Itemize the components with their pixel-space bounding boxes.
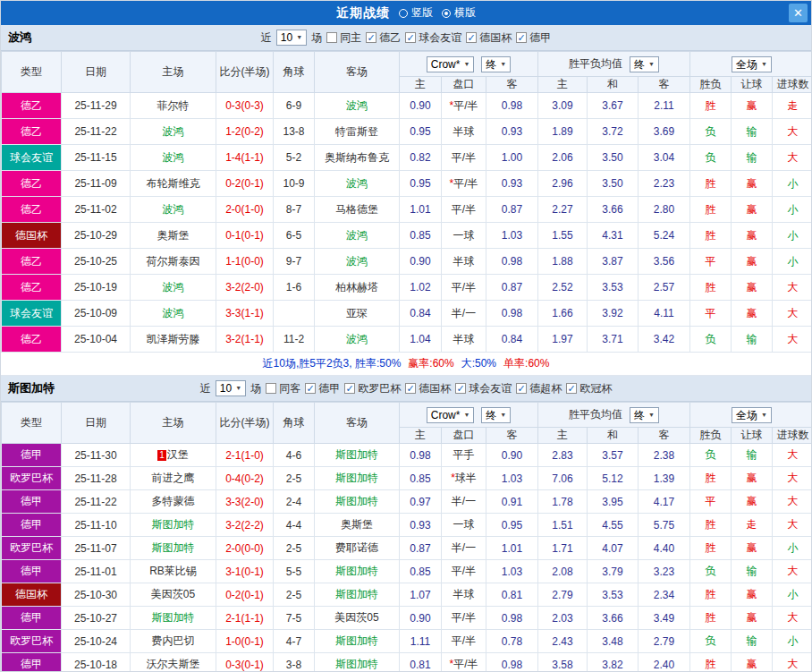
filter-checkbox[interactable]: ✓欧冠杯 — [566, 381, 612, 396]
odds-away: 1.03 — [486, 223, 538, 249]
filter-checkbox[interactable]: ✓欧罗巴杯 — [344, 381, 401, 396]
away-team[interactable]: 斯图加特 — [335, 588, 378, 600]
home-team[interactable]: 斯图加特 — [152, 541, 195, 554]
score: 1-2(0-2) — [216, 119, 274, 145]
away-team[interactable]: 费耶诺德 — [335, 541, 378, 554]
away-team[interactable]: 柏林赫塔 — [335, 281, 378, 293]
home-team[interactable]: 菲尔特 — [157, 99, 190, 112]
away-team[interactable]: 波鸿 — [346, 255, 368, 268]
avg-home: 1.66 — [538, 301, 588, 327]
recent-count-select[interactable]: 10▼ — [276, 30, 307, 46]
league-badge: 德国杯 — [2, 583, 62, 607]
avg-draw: 3.53 — [588, 583, 639, 607]
away-team[interactable]: 斯图加特 — [335, 448, 378, 461]
away-team[interactable]: 斯图加特 — [335, 472, 378, 484]
away-team[interactable]: 波鸿 — [346, 177, 368, 190]
home-team[interactable]: RB莱比锡 — [149, 565, 197, 577]
avg-away: 2.23 — [639, 171, 690, 197]
avg-draw: 3.67 — [588, 93, 639, 119]
chevron-down-icon: ▼ — [761, 409, 767, 421]
away-team[interactable]: 奥斯纳布鲁克 — [325, 151, 389, 164]
home-team[interactable]: 美因茨05 — [151, 588, 195, 600]
away-team[interactable]: 斯图加特 — [335, 634, 378, 647]
away-team-cell: 波鸿 — [315, 249, 400, 275]
sub-column-header: 盘口 — [442, 428, 486, 444]
away-team[interactable]: 波鸿 — [346, 229, 368, 242]
odds-away: 0.98 — [486, 249, 538, 275]
result-goals: 小 — [773, 537, 812, 560]
final-odds-select[interactable]: 终▼ — [481, 407, 511, 423]
away-team[interactable]: 斯图加特 — [335, 565, 378, 577]
home-team[interactable]: 凯泽斯劳滕 — [147, 333, 200, 345]
home-team[interactable]: 前进之鹰 — [152, 472, 195, 484]
league-badge: 德甲 — [2, 490, 62, 514]
avg-away: 4.11 — [639, 301, 690, 327]
away-team-cell: 奥斯堡 — [315, 514, 400, 537]
avg-final-select[interactable]: 终▼ — [630, 56, 659, 72]
away-team[interactable]: 美因茨05 — [334, 611, 378, 624]
avg-draw: 3.50 — [588, 145, 639, 171]
filter-checkbox[interactable]: ✓德甲 — [305, 381, 340, 396]
home-team[interactable]: 斯图加特 — [152, 611, 195, 624]
league-badge: 德乙 — [2, 249, 62, 275]
corner-score: 9-7 — [274, 249, 315, 275]
full-match-select[interactable]: 全场▼ — [732, 56, 772, 72]
odds-home: 0.90 — [400, 607, 442, 630]
league-badge: 德乙 — [2, 275, 62, 301]
filter-checkbox[interactable]: ✓球会友谊 — [405, 30, 461, 46]
home-team[interactable]: 波鸿 — [163, 203, 184, 216]
home-team[interactable]: 沃尔夫斯堡 — [147, 658, 200, 670]
final-odds-select[interactable]: 终▼ — [481, 56, 511, 72]
away-team[interactable]: 斯图加特 — [335, 658, 378, 670]
home-team[interactable]: 多特蒙德 — [152, 495, 195, 507]
close-button[interactable]: ✕ — [789, 4, 808, 22]
home-team-cell: 波鸿 — [131, 197, 216, 223]
radio-horizontal[interactable]: 横版 — [442, 5, 476, 21]
home-team[interactable]: 汉堡 — [167, 448, 189, 461]
avg-final-select[interactable]: 终▼ — [630, 407, 659, 423]
home-team[interactable]: 费内巴切 — [152, 634, 195, 647]
away-team[interactable]: 亚琛 — [346, 307, 368, 319]
checkbox-icon — [266, 383, 276, 394]
avg-away: 3.69 — [639, 119, 690, 145]
filter-checkbox[interactable]: 同客 — [266, 381, 300, 396]
odds-away: 0.98 — [486, 607, 538, 630]
result-handicap: 赢 — [732, 653, 773, 672]
odds-away: 0.84 — [486, 327, 538, 353]
full-match-select[interactable]: 全场▼ — [732, 407, 772, 423]
chevron-down-icon: ▼ — [463, 58, 469, 71]
away-team[interactable]: 马格德堡 — [335, 203, 378, 216]
recent-count-select[interactable]: 10▼ — [216, 380, 246, 396]
filter-checkbox[interactable]: ✓德甲 — [516, 30, 551, 46]
away-team[interactable]: 波鸿 — [346, 99, 368, 112]
away-team[interactable]: 斯图加特 — [335, 495, 378, 507]
odds-handicap: *平/半 — [442, 93, 486, 119]
away-team[interactable]: 奥斯堡 — [341, 518, 373, 531]
close-icon: ✕ — [793, 6, 803, 20]
home-team[interactable]: 斯图加特 — [152, 518, 195, 531]
filter-checkbox[interactable]: ✓德国杯 — [466, 30, 512, 46]
home-team[interactable]: 奥斯堡 — [157, 229, 190, 242]
filter-checkbox[interactable]: 同主 — [326, 30, 361, 46]
odds-company-select[interactable]: Crow*▼ — [427, 407, 475, 423]
result-goals: 大 — [773, 653, 812, 672]
filter-checkbox[interactable]: ✓德乙 — [366, 30, 401, 46]
odds-company-select[interactable]: Crow*▼ — [427, 56, 475, 72]
filter-checkbox[interactable]: ✓德国杯 — [405, 381, 451, 396]
avg-away: 2.57 — [639, 275, 690, 301]
radio-vertical[interactable]: 竖版 — [399, 5, 433, 21]
home-team[interactable]: 波鸿 — [163, 281, 184, 293]
result-outcome: 平 — [690, 301, 732, 327]
home-team[interactable]: 波鸿 — [163, 125, 184, 138]
away-team[interactable]: 特雷斯登 — [335, 125, 378, 138]
filter-checkbox[interactable]: ✓德超杯 — [516, 381, 562, 396]
home-team-cell: 波鸿 — [131, 145, 216, 171]
result-handicap: 输 — [732, 560, 773, 583]
home-team[interactable]: 波鸿 — [163, 151, 184, 164]
away-team[interactable]: 波鸿 — [346, 333, 368, 345]
home-team[interactable]: 荷尔斯泰因 — [147, 255, 200, 268]
home-team[interactable]: 波鸿 — [163, 307, 184, 319]
result-outcome: 胜 — [690, 653, 732, 672]
filter-checkbox[interactable]: ✓球会友谊 — [455, 381, 512, 396]
home-team[interactable]: 布轮斯维克 — [147, 177, 200, 190]
